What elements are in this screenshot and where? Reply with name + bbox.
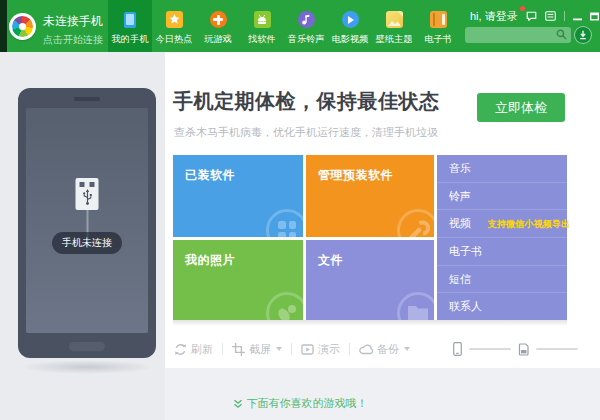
category-ebooks[interactable]: 电子书 xyxy=(437,238,567,266)
phone-speaker xyxy=(74,97,100,101)
category-music[interactable]: 音乐 xyxy=(437,155,567,183)
tab-games[interactable]: 玩游戏 xyxy=(196,0,240,52)
phone-illustration: 手机未连接 xyxy=(18,88,156,358)
minimize-button[interactable] xyxy=(573,12,582,21)
phone-storage-icon xyxy=(453,342,462,356)
wrench-icon xyxy=(397,209,434,237)
tab-movies-videos[interactable]: 电影视频 xyxy=(328,0,372,52)
sdcard-storage-bar xyxy=(536,348,578,350)
hero-subtitle: 查杀木马手机病毒，优化手机运行速度，清理手机垃圾 xyxy=(174,125,438,140)
footer-strip xyxy=(165,368,600,420)
presentation-icon xyxy=(301,343,314,356)
tab-music-ringtones[interactable]: 音乐铃声 xyxy=(284,0,328,52)
phone-icon xyxy=(122,11,139,28)
sdcard-storage-icon xyxy=(518,343,529,356)
main-content: 手机定期体检，保持最佳状态 查杀木马手机病毒，优化手机运行速度，清理手机垃圾 立… xyxy=(165,52,600,368)
backup-button[interactable]: 备份 xyxy=(359,342,410,357)
double-chevron-down-icon xyxy=(233,399,243,409)
wallpaper-icon xyxy=(386,11,403,28)
folder-icon xyxy=(397,292,434,320)
notification-dot xyxy=(520,6,525,11)
search-icon[interactable] xyxy=(556,26,567,44)
device-panel: 手机未连接 xyxy=(0,52,165,420)
download-icon xyxy=(578,30,588,40)
tile-my-photos[interactable]: 我的照片 xyxy=(173,240,303,320)
category-contacts[interactable]: 联系人 xyxy=(437,293,567,320)
book-icon xyxy=(430,11,447,28)
category-ringtones[interactable]: 铃声 xyxy=(437,183,567,211)
phone-screen: 手机未连接 xyxy=(26,108,148,333)
app-logo-icon xyxy=(9,13,36,40)
account-row: hi, 请登录 xyxy=(470,9,600,23)
wechat-video-export-badge: 支持微信小视频导出 xyxy=(488,217,571,230)
android-icon xyxy=(254,11,271,28)
gamepad-icon xyxy=(210,11,227,28)
connection-status: 未连接手机 xyxy=(43,13,116,30)
tile-preinstalled-apps[interactable]: 管理预装软件 xyxy=(306,155,434,237)
phone-reflection xyxy=(20,360,154,374)
cloud-icon xyxy=(359,343,373,355)
star-icon xyxy=(166,11,183,28)
maximize-button[interactable] xyxy=(590,12,599,21)
tab-my-phone[interactable]: 我的手机 xyxy=(108,0,152,52)
hero-title: 手机定期体检，保持最佳状态 xyxy=(173,88,440,115)
window-corner xyxy=(0,0,7,52)
tile-files[interactable]: 文件 xyxy=(306,240,434,320)
caret-down-icon xyxy=(404,347,410,351)
connection-hint: 点击开始连接 xyxy=(43,33,116,47)
search-input[interactable] xyxy=(465,29,556,41)
download-manager-button[interactable] xyxy=(574,26,592,44)
category-panel: 音乐 铃声 视频 支持微信小视频导出 电子书 短信 联系人 xyxy=(437,155,567,320)
phone-home-button xyxy=(69,342,105,351)
games-promo-link[interactable]: 下面有你喜欢的游戏哦！ xyxy=(0,396,600,411)
category-sms[interactable]: 短信 xyxy=(437,266,567,294)
connection-status-text: 未连接手机 xyxy=(43,13,103,30)
header-bar: 未连接手机 点击开始连接 我的手机 今日热点 xyxy=(0,0,600,52)
device-connect-selector[interactable]: 未连接手机 点击开始连接 xyxy=(9,13,116,47)
storage-indicators xyxy=(453,341,578,357)
main-menu-icon[interactable] xyxy=(545,11,556,21)
refresh-button[interactable]: 刷新 xyxy=(174,342,213,357)
tab-apps[interactable]: 找软件 xyxy=(240,0,284,52)
crop-icon xyxy=(232,343,245,356)
search-box xyxy=(465,27,571,43)
app-window: 未连接手机 点击开始连接 我的手机 今日热点 xyxy=(0,0,600,420)
tab-ebooks[interactable]: 电子书 xyxy=(416,0,460,52)
play-icon xyxy=(342,11,359,28)
device-toolbar: 刷新 截屏 演示 xyxy=(174,341,410,357)
screenshot-button[interactable]: 截屏 xyxy=(232,342,282,357)
feedback-chat-icon[interactable] xyxy=(526,11,537,22)
divider xyxy=(564,11,565,21)
tile-installed-apps[interactable]: 已装软件 xyxy=(173,155,303,237)
login-link[interactable]: hi, 请登录 xyxy=(470,9,518,24)
checkup-now-button[interactable]: 立即体检 xyxy=(477,93,565,122)
caret-down-icon xyxy=(276,347,282,351)
demo-button[interactable]: 演示 xyxy=(301,342,340,357)
photos-icon xyxy=(266,292,303,320)
phone-storage-bar xyxy=(469,348,511,350)
tab-wallpaper-themes[interactable]: 壁纸主题 xyxy=(372,0,416,52)
tab-today-hot[interactable]: 今日热点 xyxy=(152,0,196,52)
music-note-icon xyxy=(298,11,315,28)
category-videos[interactable]: 视频 支持微信小视频导出 xyxy=(437,210,567,238)
phone-status-badge: 手机未连接 xyxy=(52,232,122,254)
apps-grid-icon xyxy=(266,209,303,237)
refresh-icon xyxy=(174,343,187,356)
tiles-shadow xyxy=(173,320,567,326)
